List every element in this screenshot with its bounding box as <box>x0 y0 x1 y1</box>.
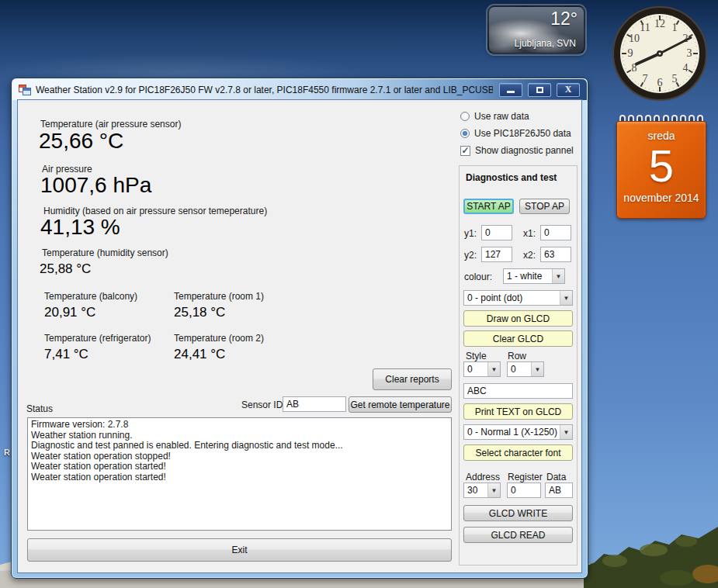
clock-gadget[interactable]: 12 1 2 3 4 5 6 7 8 9 10 11 <box>611 5 709 102</box>
weather-station-window: Weather Station v2.9 for PIC18F26J50 FW … <box>11 78 588 579</box>
print-text-on-glcd-button[interactable]: Print TEXT on GLCD <box>463 403 573 420</box>
label-refrigerator-temp: Temperature (refrigerator) <box>44 333 151 344</box>
clear-glcd-button[interactable]: Clear GLCD <box>463 330 573 347</box>
desktop: 12° Ljubljana, SVN 12 1 2 3 4 <box>0 0 718 588</box>
label-air-pressure-temp: Temperature (air pressure sensor) <box>40 119 181 130</box>
y1-input[interactable] <box>481 225 512 240</box>
radio-icon <box>460 112 470 121</box>
row-label: Row <box>508 351 526 361</box>
value-humidity-temp: 25,88 °C <box>40 261 91 277</box>
svg-text:10: 10 <box>629 33 640 44</box>
svg-text:12: 12 <box>654 18 665 29</box>
dropdown-arrow-icon: ▼ <box>552 269 564 283</box>
value-room1-temp: 25,18 °C <box>174 305 225 320</box>
calendar-gadget[interactable]: sreda 5 november 2014 <box>616 115 706 219</box>
draw-on-glcd-button[interactable]: Draw on GLCD <box>463 310 573 327</box>
font-select[interactable]: 0 - Normal 1 (X-1250) ▼ <box>463 424 573 440</box>
radio-use-raw-label: Use raw data <box>474 111 529 122</box>
start-ap-button[interactable]: START AP <box>463 199 514 214</box>
y1-label: y1: <box>464 228 477 239</box>
status-log[interactable]: Firmware version: 2.7.8 Weather station … <box>27 417 452 531</box>
x2-input[interactable] <box>540 247 571 262</box>
label-balcony-temp: Temperature (balcony) <box>44 291 137 302</box>
x1-input[interactable] <box>540 225 571 240</box>
exit-button[interactable]: Exit <box>27 538 452 562</box>
glcd-write-button[interactable]: GLCD WRITE <box>463 505 573 521</box>
window-client-area: Temperature (air pressure sensor) 25,66 … <box>17 99 582 573</box>
status-label: Status <box>26 403 53 414</box>
row-select[interactable]: 0 ▼ <box>507 361 544 377</box>
close-button[interactable]: X <box>557 83 580 97</box>
value-air-pressure: 1007,6 hPa <box>40 173 151 198</box>
register-input[interactable] <box>507 483 541 498</box>
calendar-month-year: november 2014 <box>617 192 706 204</box>
svg-text:7: 7 <box>643 73 648 85</box>
minimize-button[interactable] <box>499 83 522 97</box>
status-log-line: Weather station running. <box>31 431 448 441</box>
glcd-read-button[interactable]: GLCD READ <box>463 527 573 543</box>
calendar-body: sreda 5 november 2014 <box>616 121 706 219</box>
style-selected-value: 0 <box>464 364 487 375</box>
checkbox-show-diagnostic[interactable]: ✓ Show diagnostic pannel <box>460 145 574 156</box>
sensor-id-label: Sensor ID: <box>241 399 286 410</box>
address-selected-value: 30 <box>464 485 487 496</box>
checkbox-checked-icon: ✓ <box>460 146 470 156</box>
label-room1-temp: Temperature (room 1) <box>174 291 264 302</box>
close-icon: X <box>565 84 572 95</box>
glcd-text-input[interactable] <box>463 383 573 399</box>
dropdown-arrow-icon: ▼ <box>531 362 543 376</box>
value-humidity: 41,13 % <box>40 215 120 240</box>
shape-select[interactable]: 0 - point (dot) ▼ <box>463 290 573 306</box>
style-select[interactable]: 0 ▼ <box>463 361 501 377</box>
clear-reports-button[interactable]: Clear reports <box>373 368 452 390</box>
colour-select[interactable]: 1 - white ▼ <box>503 268 565 284</box>
diagnostics-panel: Diagnostics and test START AP STOP AP y1… <box>459 165 578 566</box>
register-label: Register <box>508 472 543 483</box>
row-selected-value: 0 <box>508 364 531 375</box>
font-selected-value: 0 - Normal 1 (X-1250) <box>464 427 560 438</box>
dropdown-arrow-icon: ▼ <box>560 425 572 439</box>
radio-use-raw-data[interactable]: Use raw data <box>460 111 529 122</box>
svg-text:1: 1 <box>672 22 678 33</box>
radio-use-pic-data[interactable]: Use PIC18F26J50 data <box>460 128 571 139</box>
dropdown-arrow-icon: ▼ <box>487 483 500 497</box>
data-input[interactable] <box>545 483 573 498</box>
svg-text:6: 6 <box>657 77 663 88</box>
weather-temperature: 12° <box>550 9 578 29</box>
data-label: Data <box>546 472 566 483</box>
svg-text:5: 5 <box>672 73 678 85</box>
stop-ap-button[interactable]: STOP AP <box>519 199 570 214</box>
status-log-line: Firmware version: 2.7.8 <box>31 420 448 431</box>
colour-label: colour: <box>464 272 492 282</box>
label-humidity-temp: Temperature (humidity sensor) <box>42 247 168 258</box>
calendar-day: 5 <box>617 144 706 189</box>
maximize-icon <box>536 87 543 93</box>
style-label: Style <box>466 351 487 361</box>
checkbox-show-diagnostic-label: Show diagnostic pannel <box>475 145 574 156</box>
y2-label: y2: <box>464 250 477 261</box>
x2-label: x2: <box>523 250 536 261</box>
address-label: Address <box>466 472 500 483</box>
svg-text:11: 11 <box>640 22 650 33</box>
dropdown-arrow-icon: ▼ <box>487 362 500 376</box>
status-log-line: Weater station operation stopped! <box>31 451 448 462</box>
window-titlebar[interactable]: Weather Station v2.9 for PIC18F26J50 FW … <box>12 79 587 100</box>
label-room2-temp: Temperature (room 2) <box>174 333 264 344</box>
status-log-line: Diagnostic and test panned is enabled. E… <box>31 441 448 451</box>
status-log-line: Weater station operation started! <box>31 462 448 472</box>
hidden-desktop-icon-label: R <box>4 448 10 457</box>
select-character-font-button[interactable]: Select character font <box>463 444 573 461</box>
sensor-id-input[interactable] <box>283 396 346 412</box>
value-air-pressure-temp: 25,66 °C <box>39 129 123 154</box>
maximize-button[interactable] <box>528 83 551 97</box>
weather-location: Ljubljana, SVN <box>515 38 576 49</box>
get-remote-temperature-button[interactable]: Get remote temperature <box>349 396 452 413</box>
x1-label: x1: <box>523 228 536 239</box>
svg-text:9: 9 <box>628 47 633 59</box>
colour-selected-value: 1 - white <box>504 271 552 282</box>
address-select[interactable]: 30 ▼ <box>463 483 501 498</box>
svg-text:3: 3 <box>687 47 692 59</box>
value-refrigerator-temp: 7,41 °C <box>44 347 88 362</box>
weather-gadget[interactable]: 12° Ljubljana, SVN <box>487 5 585 54</box>
y2-input[interactable] <box>481 247 512 262</box>
